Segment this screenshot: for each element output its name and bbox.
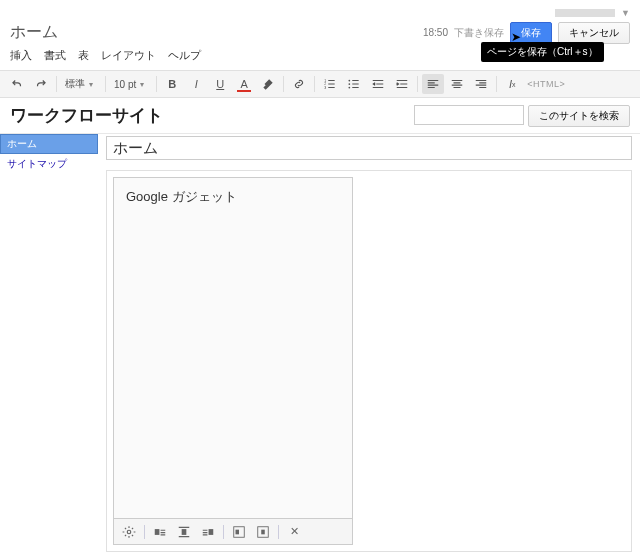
align-center-icon[interactable] xyxy=(446,74,468,94)
menu-format[interactable]: 書式 xyxy=(44,48,66,63)
svg-rect-13 xyxy=(261,529,265,534)
svg-rect-7 xyxy=(155,529,160,535)
gadget-toolbar: ✕ xyxy=(114,518,352,544)
gadget-placeholder: Google ガジェット ✕ xyxy=(113,177,353,545)
save-tooltip: ページを保存（Ctrl＋s） xyxy=(481,42,604,62)
editor-main: Google ガジェット ✕ xyxy=(98,134,640,555)
page-title: ホーム xyxy=(10,20,58,45)
site-search-input[interactable] xyxy=(414,105,524,125)
format-toolbar: 標準 10 pt B I U A 123 Ix <HTML> xyxy=(0,70,640,98)
gadget-align-right-icon[interactable] xyxy=(197,522,219,542)
cancel-button[interactable]: キャンセル xyxy=(558,22,630,44)
clear-formatting-icon[interactable]: Ix xyxy=(501,74,523,94)
indent-increase-icon[interactable] xyxy=(391,74,413,94)
save-button[interactable]: 保存 xyxy=(510,22,552,44)
gadget-wrap-on-icon[interactable] xyxy=(228,522,250,542)
highlight-color-icon[interactable] xyxy=(257,74,279,94)
site-title: ワークフローサイト xyxy=(10,104,163,127)
account-area[interactable]: ▼ xyxy=(10,6,630,20)
svg-point-3 xyxy=(349,80,351,82)
text-color-icon[interactable]: A xyxy=(233,74,255,94)
numbered-list-icon[interactable]: 123 xyxy=(319,74,341,94)
indent-decrease-icon[interactable] xyxy=(367,74,389,94)
gadget-align-left-icon[interactable] xyxy=(149,522,171,542)
account-name-redacted xyxy=(555,9,615,17)
menu-table[interactable]: 表 xyxy=(78,48,89,63)
svg-rect-9 xyxy=(209,529,214,535)
redo-icon[interactable] xyxy=(30,74,52,94)
header-actions: 18:50 下書き保存 保存 キャンセル ページを保存（Ctrl＋s） ➤ xyxy=(423,22,630,44)
gadget-label: Google ガジェット xyxy=(114,178,352,518)
gadget-settings-icon[interactable] xyxy=(118,522,140,542)
gadget-remove-icon[interactable]: ✕ xyxy=(283,522,305,542)
svg-rect-11 xyxy=(236,529,240,534)
link-icon[interactable] xyxy=(288,74,310,94)
gadget-align-center-icon[interactable] xyxy=(173,522,195,542)
font-size-select[interactable]: 10 pt xyxy=(110,74,152,94)
menu-help[interactable]: ヘルプ xyxy=(168,48,201,63)
menu-insert[interactable]: 挿入 xyxy=(10,48,32,63)
draft-saved-label: 下書き保存 xyxy=(454,26,504,40)
edit-html-button[interactable]: <HTML> xyxy=(527,79,565,89)
sidebar-item-home[interactable]: ホーム xyxy=(0,134,98,154)
svg-text:3: 3 xyxy=(324,86,326,90)
page-title-input[interactable] xyxy=(106,136,632,160)
site-search-button[interactable]: このサイトを検索 xyxy=(528,105,630,127)
svg-point-5 xyxy=(349,87,351,89)
paragraph-style-select[interactable]: 標準 xyxy=(61,74,101,94)
autosave-time: 18:50 xyxy=(423,27,448,38)
svg-point-6 xyxy=(127,530,131,534)
underline-icon[interactable]: U xyxy=(209,74,231,94)
bullet-list-icon[interactable] xyxy=(343,74,365,94)
menu-layout[interactable]: レイアウト xyxy=(101,48,156,63)
bold-icon[interactable]: B xyxy=(161,74,183,94)
svg-point-4 xyxy=(349,83,351,85)
undo-icon[interactable] xyxy=(6,74,28,94)
sidebar-item-sitemap[interactable]: サイトマップ xyxy=(0,154,98,174)
gadget-wrap-off-icon[interactable] xyxy=(252,522,274,542)
content-editor[interactable]: Google ガジェット ✕ xyxy=(106,170,632,552)
sidebar-nav: ホーム サイトマップ xyxy=(0,134,98,555)
italic-icon[interactable]: I xyxy=(185,74,207,94)
align-right-icon[interactable] xyxy=(470,74,492,94)
align-left-icon[interactable] xyxy=(422,74,444,94)
account-dropdown-icon: ▼ xyxy=(621,8,630,18)
svg-rect-8 xyxy=(182,529,187,535)
